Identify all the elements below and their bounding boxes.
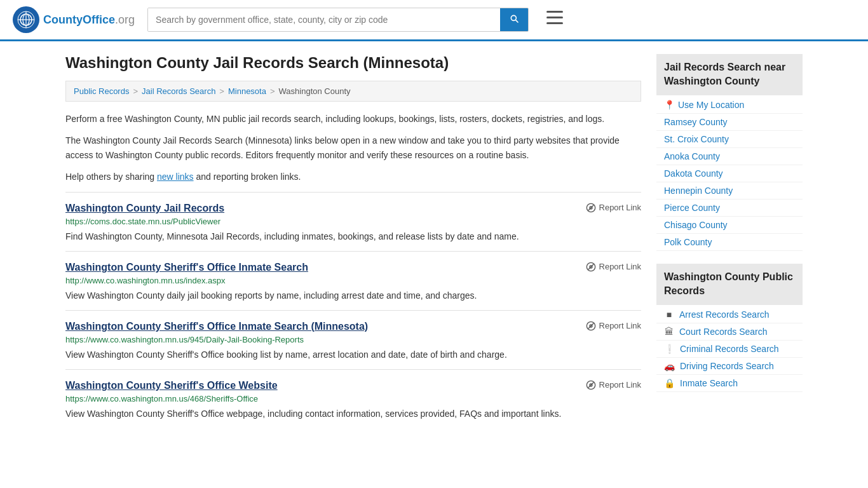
- public-record-type-link[interactable]: Criminal Records Search: [680, 344, 779, 354]
- sidebar: Jail Records Search near Washington Coun…: [656, 54, 803, 428]
- search-input[interactable]: [148, 8, 500, 31]
- sidebar-record-item: ■ Arrest Records Search: [656, 306, 803, 323]
- record-card: Washington County Sheriff's Office Inmat…: [65, 251, 641, 310]
- nearby-county-link[interactable]: Hennepin County: [664, 186, 733, 196]
- report-link-button[interactable]: Report Link: [586, 380, 641, 390]
- sidebar-nearby-item: 📍 Use My Location: [656, 97, 803, 114]
- sidebar-nearby-links: 📍 Use My Location Ramsey CountySt. Croix…: [656, 97, 803, 251]
- sidebar-nearby-item: Dakota County: [656, 165, 803, 182]
- description-section: Perform a free Washington County, MN pub…: [65, 112, 641, 184]
- record-title[interactable]: Washington County Jail Records: [65, 203, 224, 214]
- main-content: Washington County Jail Records Search (M…: [65, 54, 641, 428]
- svg-line-11: [588, 264, 593, 269]
- description-para2: The Washington County Jail Records Searc…: [65, 133, 641, 162]
- search-bar: [147, 8, 529, 32]
- record-url[interactable]: https://coms.doc.state.mn.us/PublicViewe…: [65, 217, 641, 226]
- nearby-county-link[interactable]: St. Croix County: [664, 134, 729, 144]
- sidebar-nearby-section: Jail Records Search near Washington Coun…: [656, 54, 803, 251]
- report-link-icon: [586, 321, 596, 331]
- record-cards-container: Washington County Jail Records Report Li…: [65, 192, 641, 428]
- public-record-type-link[interactable]: Court Records Search: [679, 327, 768, 337]
- record-type-icon: 🏛: [664, 327, 674, 337]
- breadcrumb: Public Records > Jail Records Search > M…: [65, 81, 641, 102]
- sidebar-nearby-item: Ramsey County: [656, 114, 803, 131]
- report-link-icon: [586, 203, 596, 213]
- sidebar-nearby-item: Anoka County: [656, 148, 803, 165]
- breadcrumb-jail-records[interactable]: Jail Records Search: [142, 86, 215, 96]
- breadcrumb-minnesota[interactable]: Minnesota: [228, 86, 266, 96]
- report-link-icon: [586, 380, 596, 390]
- record-card: Washington County Sheriff's Office Inmat…: [65, 310, 641, 369]
- public-record-type-link[interactable]: Inmate Search: [680, 378, 738, 388]
- record-title[interactable]: Washington County Sheriff's Office Inmat…: [65, 321, 368, 332]
- use-my-location-link[interactable]: Use My Location: [678, 100, 744, 110]
- search-button[interactable]: [500, 8, 528, 31]
- record-description: View Washington County Sheriff's Office …: [65, 348, 641, 362]
- report-link-button[interactable]: Report Link: [586, 203, 641, 213]
- nearby-county-link[interactable]: Anoka County: [664, 151, 720, 161]
- public-record-type-link[interactable]: Driving Records Search: [680, 361, 774, 371]
- nearby-county-link[interactable]: Chisago County: [664, 220, 728, 230]
- sidebar-nearby-heading: Jail Records Search near Washington Coun…: [656, 54, 803, 95]
- description-para1: Perform a free Washington County, MN pub…: [65, 112, 641, 126]
- nearby-county-link[interactable]: Ramsey County: [664, 117, 728, 127]
- location-dot-icon: 📍: [664, 100, 675, 110]
- svg-line-15: [588, 382, 593, 387]
- report-link-button[interactable]: Report Link: [586, 262, 641, 272]
- record-card-header: Washington County Sheriff's Office Inmat…: [65, 321, 641, 332]
- sidebar-public-records-links: ■ Arrest Records Search 🏛 Court Records …: [656, 306, 803, 392]
- record-title[interactable]: Washington County Sheriff's Office Inmat…: [65, 262, 308, 273]
- use-my-location-item: 📍 Use My Location: [664, 100, 795, 110]
- hamburger-menu-button[interactable]: [541, 8, 568, 31]
- sidebar-nearby-item: Hennepin County: [656, 182, 803, 200]
- breadcrumb-current: Washington County: [279, 86, 351, 96]
- report-link-button[interactable]: Report Link: [586, 321, 641, 331]
- record-card: Washington County Sheriff's Office Websi…: [65, 369, 641, 428]
- site-header: CountyOffice.org: [0, 0, 868, 41]
- sidebar-record-item: 🏛 Court Records Search: [656, 323, 803, 341]
- svg-rect-7: [546, 22, 563, 24]
- record-description: View Washington County Sheriff's Office …: [65, 407, 641, 421]
- breadcrumb-public-records[interactable]: Public Records: [74, 86, 129, 96]
- breadcrumb-sep-1: >: [133, 86, 138, 96]
- record-description: Find Washington County, Minnesota Jail R…: [65, 230, 641, 243]
- record-card-header: Washington County Jail Records Report Li…: [65, 203, 641, 214]
- record-type-icon: 🚗: [664, 361, 675, 371]
- sidebar-record-item: 🚗 Driving Records Search: [656, 358, 803, 375]
- public-record-type-link[interactable]: Arrest Records Search: [679, 309, 770, 320]
- sidebar-record-item: ❕ Criminal Records Search: [656, 341, 803, 358]
- record-type-icon: ❕: [664, 344, 675, 354]
- nearby-county-link[interactable]: Dakota County: [664, 168, 723, 179]
- svg-rect-6: [546, 17, 563, 18]
- breadcrumb-sep-3: >: [270, 86, 275, 96]
- record-type-icon: 🔒: [664, 378, 675, 388]
- sidebar-nearby-item: Chisago County: [656, 217, 803, 234]
- nearby-county-link[interactable]: Polk County: [664, 237, 712, 247]
- sidebar-nearby-item: Pierce County: [656, 200, 803, 217]
- nearby-county-link[interactable]: Pierce County: [664, 203, 720, 213]
- svg-line-13: [588, 323, 593, 328]
- sidebar-nearby-item: St. Croix County: [656, 131, 803, 148]
- sidebar-public-records-heading: Washington County Public Records: [656, 264, 803, 305]
- record-card: Washington County Jail Records Report Li…: [65, 192, 641, 251]
- main-container: Washington County Jail Records Search (M…: [53, 41, 815, 441]
- record-description: View Washington County daily jail bookin…: [65, 289, 641, 302]
- description-para3: Help others by sharing new links and rep…: [65, 170, 641, 184]
- report-link-icon: [586, 262, 596, 272]
- svg-rect-5: [546, 11, 563, 13]
- record-url[interactable]: http://www.co.washington.mn.us/index.asp…: [65, 276, 641, 285]
- logo-text: CountyOffice.org: [43, 13, 135, 27]
- record-type-icon: ■: [664, 309, 674, 320]
- record-title[interactable]: Washington County Sheriff's Office Websi…: [65, 380, 278, 391]
- page-title: Washington County Jail Records Search (M…: [65, 54, 641, 72]
- sidebar-record-item: 🔒 Inmate Search: [656, 375, 803, 392]
- breadcrumb-sep-2: >: [219, 86, 224, 96]
- sidebar-nearby-item: Polk County: [656, 234, 803, 251]
- sidebar-public-records-section: Washington County Public Records ■ Arres…: [656, 264, 803, 392]
- svg-line-9: [588, 205, 593, 210]
- record-url[interactable]: https://www.co.washington.mn.us/468/Sher…: [65, 394, 641, 403]
- new-links-link[interactable]: new links: [157, 172, 194, 182]
- record-url[interactable]: https://www.co.washington.mn.us/945/Dail…: [65, 335, 641, 344]
- record-card-header: Washington County Sheriff's Office Websi…: [65, 380, 641, 391]
- site-logo[interactable]: CountyOffice.org: [13, 6, 135, 33]
